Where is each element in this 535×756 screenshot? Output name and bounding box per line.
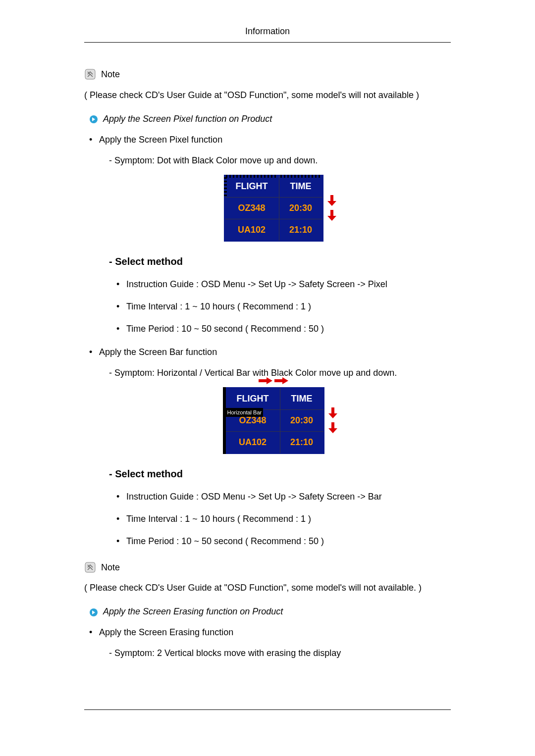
down-arrow-icon <box>328 407 337 418</box>
pixel-select-method: - Select method <box>109 254 451 269</box>
bullet-pixel: Apply the Screen Pixel function - Sympto… <box>84 133 451 336</box>
bar-main-text: Apply the Screen Bar function <box>99 347 217 357</box>
note-icon <box>84 68 96 80</box>
hbar-label: Horizontal Bar <box>226 408 264 417</box>
bullet-bar: Apply the Screen Bar function - Symptom:… <box>84 346 451 548</box>
td-time-b1: 21:10 <box>280 431 324 454</box>
arrow-line-erasing: Apply the Screen Erasing function on Pro… <box>89 605 451 618</box>
td-time-0: 20:30 <box>279 197 323 219</box>
note-text-1: ( Please check CD's User Guide at "OSD F… <box>84 89 451 102</box>
right-arrow-icon <box>259 377 272 384</box>
td-flight-0: OZ348 <box>224 197 279 219</box>
td-time-1: 21:10 <box>279 219 323 241</box>
arrow-right-icon <box>89 114 98 123</box>
svg-rect-4 <box>259 379 267 382</box>
svg-rect-2 <box>330 195 333 201</box>
svg-rect-5 <box>274 379 282 382</box>
pixel-title: Apply the Screen Pixel function on Produ… <box>103 114 272 124</box>
note-label: Note <box>101 69 120 79</box>
erasing-symptom: - Symptom: 2 Vertical blocks move with e… <box>109 647 451 660</box>
note-icon <box>84 561 96 573</box>
svg-rect-6 <box>331 407 334 413</box>
right-arrow-icon <box>274 377 288 384</box>
pixel-diagram: FLIGHT TIME OZ348 20:30 UA102 21:10 <box>109 175 451 242</box>
erasing-title: Apply the Screen Erasing function on Pro… <box>103 606 283 616</box>
footer-divider <box>84 709 451 710</box>
page-header: Information <box>84 25 451 43</box>
th-flight: FLIGHT <box>236 181 268 191</box>
th-time: TIME <box>290 181 312 191</box>
bar-select-method: - Select method <box>109 466 451 481</box>
note-label-2: Note <box>101 562 120 572</box>
note-block-1: Note <box>84 67 451 81</box>
note-text-2: ( Please check CD's User Guide at "OSD F… <box>84 581 451 595</box>
note-block-2: Note <box>84 560 451 574</box>
down-arrow-icon <box>327 195 336 206</box>
bullet-erasing: Apply the Screen Erasing function - Symp… <box>84 626 451 660</box>
td-time-b0: 20:30 <box>280 409 324 431</box>
svg-rect-7 <box>331 422 334 428</box>
td-flight-b1: UA102 <box>224 431 280 454</box>
th-time-b: TIME <box>291 394 313 403</box>
down-arrow-icon <box>327 210 336 221</box>
bar-instr-1: Time Interval : 1 ~ 10 hours ( Recommend… <box>114 512 451 526</box>
bar-diagram: Horizontal Bar FLIGHT TIME OZ348 20:30 U… <box>109 387 451 454</box>
pixel-instr-0: Instruction Guide : OSD Menu -> Set Up -… <box>114 278 451 291</box>
pixel-main-text: Apply the Screen Pixel function <box>99 135 222 145</box>
pixel-symptom: - Symptom: Dot with Black Color move up … <box>109 154 451 167</box>
bar-instr-0: Instruction Guide : OSD Menu -> Set Up -… <box>114 490 451 504</box>
td-flight-1: UA102 <box>224 219 279 241</box>
pixel-instr-1: Time Interval : 1 ~ 10 hours ( Recommend… <box>114 300 451 313</box>
pixel-instr-2: Time Period : 10 ~ 50 second ( Recommend… <box>114 322 451 336</box>
svg-rect-3 <box>330 210 333 216</box>
bar-instr-2: Time Period : 10 ~ 50 second ( Recommend… <box>114 535 451 548</box>
arrow-right-icon <box>89 607 98 616</box>
erasing-main-text: Apply the Screen Erasing function <box>99 627 233 637</box>
arrow-line-pixel: Apply the Screen Pixel function on Produ… <box>89 112 451 126</box>
th-flight-b: FLIGHT <box>237 394 269 403</box>
down-arrow-icon <box>328 422 337 433</box>
